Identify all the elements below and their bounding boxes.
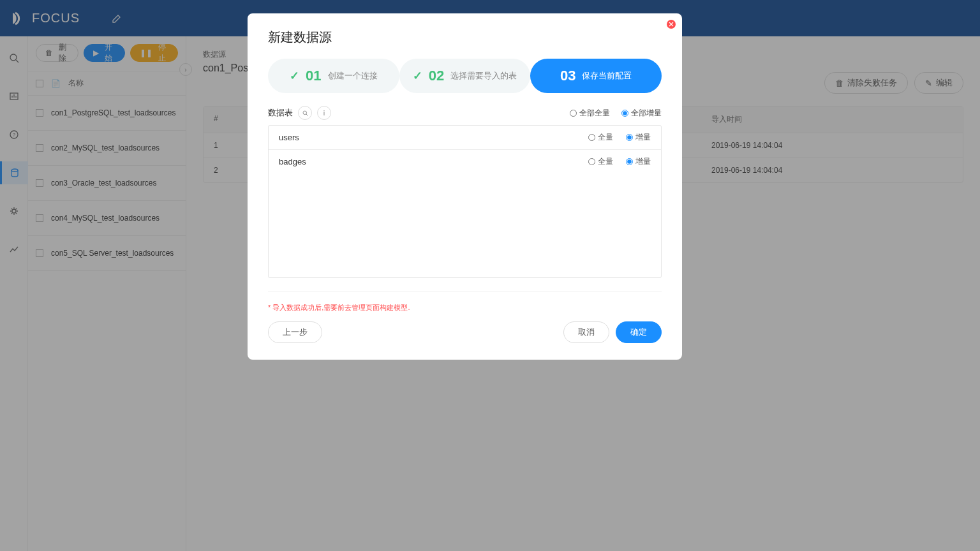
step-label: 选择需要导入的表 xyxy=(450,70,517,82)
row-mode-options: 全量 增量 xyxy=(588,132,651,143)
svg-point-6 xyxy=(303,111,307,115)
opt-full[interactable]: 全量 xyxy=(588,156,613,167)
radio-incr[interactable] xyxy=(626,134,633,141)
opt-all-incr[interactable]: 全部增量 xyxy=(621,108,662,119)
tables-list: users 全量 增量 badges 全量 增量 xyxy=(268,125,662,278)
tables-label: 数据表 xyxy=(268,107,293,119)
step-label: 保存当前配置 xyxy=(582,70,632,82)
dialog-actions: 上一步 取消 确定 xyxy=(268,321,662,343)
opt-label: 全部增量 xyxy=(631,108,662,119)
opt-label: 全量 xyxy=(598,132,613,143)
close-icon xyxy=(669,22,674,27)
dialog-title: 新建数据源 xyxy=(268,29,662,46)
prev-step-button[interactable]: 上一步 xyxy=(268,321,322,343)
table-row: users 全量 增量 xyxy=(269,126,661,150)
radio-all-incr[interactable] xyxy=(621,110,628,117)
step-num: 03 xyxy=(560,68,575,84)
opt-label: 增量 xyxy=(635,156,651,167)
opt-incr[interactable]: 增量 xyxy=(626,156,651,167)
radio-full[interactable] xyxy=(588,158,595,165)
step-2: ✓ 02 选择需要导入的表 xyxy=(399,59,531,93)
opt-all-full[interactable]: 全部全量 xyxy=(570,108,610,119)
confirm-button[interactable]: 确定 xyxy=(616,321,662,343)
step-num: 02 xyxy=(429,68,444,84)
radio-all-full[interactable] xyxy=(570,110,577,117)
info-button[interactable]: i xyxy=(317,106,331,120)
opt-label: 增量 xyxy=(635,132,651,143)
table-name: badges xyxy=(279,157,306,166)
table-name: users xyxy=(279,133,299,142)
radio-incr[interactable] xyxy=(626,158,633,165)
check-icon: ✓ xyxy=(413,69,422,83)
opt-incr[interactable]: 增量 xyxy=(626,132,651,143)
opt-full[interactable]: 全量 xyxy=(588,132,613,143)
info-icon: i xyxy=(323,109,325,117)
dialog-close-button[interactable] xyxy=(667,20,676,29)
check-icon: ✓ xyxy=(290,69,299,83)
opt-label: 全部全量 xyxy=(579,108,610,119)
new-datasource-dialog: 新建数据源 ✓ 01 创建一个连接 ✓ 02 选择需要导入的表 03 保存当前配… xyxy=(248,13,682,360)
search-icon xyxy=(302,110,309,117)
cancel-button[interactable]: 取消 xyxy=(563,321,609,343)
step-label: 创建一个连接 xyxy=(328,70,378,82)
step-num: 01 xyxy=(306,68,321,84)
radio-full[interactable] xyxy=(588,134,595,141)
opt-label: 全量 xyxy=(598,156,613,167)
step-3: 03 保存当前配置 xyxy=(530,59,662,93)
table-row: badges 全量 增量 xyxy=(269,150,661,173)
step-1: ✓ 01 创建一个连接 xyxy=(268,59,399,93)
warning-note: * 导入数据成功后,需要前去管理页面构建模型. xyxy=(268,291,662,312)
tables-header: 数据表 i 全部全量 全部增量 xyxy=(268,106,662,120)
search-tables-button[interactable] xyxy=(298,106,312,120)
tables-section: 数据表 i 全部全量 全部增量 users 全量 增量 badges 全量 增量 xyxy=(268,106,662,278)
global-mode-options: 全部全量 全部增量 xyxy=(570,108,662,119)
step-indicator: ✓ 01 创建一个连接 ✓ 02 选择需要导入的表 03 保存当前配置 xyxy=(268,59,662,93)
row-mode-options: 全量 增量 xyxy=(588,156,651,167)
